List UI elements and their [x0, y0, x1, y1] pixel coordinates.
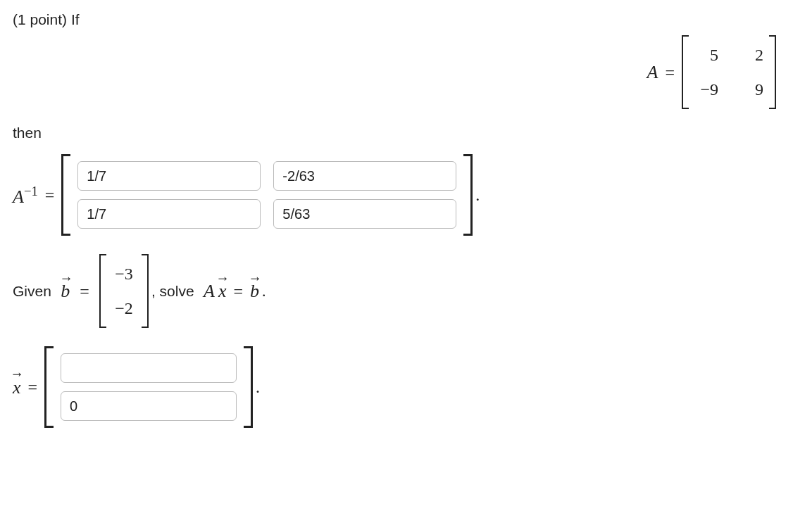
matrix-a-brackets: 5 2 −9 9	[682, 35, 776, 109]
a-inverse-input-r1c2[interactable]	[273, 161, 456, 191]
a-inverse-input-r1c1[interactable]	[77, 161, 261, 191]
vector-x-input-r2[interactable]	[61, 391, 237, 421]
a-inverse-row: A−1 = .	[13, 154, 780, 236]
vector-b-r2: −2	[112, 296, 136, 321]
equals-sign: =	[28, 376, 38, 398]
a-inverse-input-r2c2[interactable]	[273, 199, 456, 229]
matrix-a-definition: A = 5 2 −9 9	[13, 35, 780, 109]
given-text: Given	[13, 281, 51, 301]
period: .	[256, 376, 260, 398]
matrix-a-label: A	[647, 60, 658, 84]
equation-period: .	[262, 281, 266, 302]
matrix-a-r1c2: 2	[739, 42, 763, 68]
a-inverse-matrix	[61, 154, 473, 236]
a-inverse-input-r2c1[interactable]	[77, 199, 261, 229]
equals-sign: =	[80, 280, 89, 303]
period: .	[475, 184, 480, 206]
given-b-row: Given b = −3 −2 , solve A x = b .	[13, 254, 780, 328]
vector-x-row: x = .	[13, 346, 780, 428]
a-inverse-label: A−1	[13, 182, 38, 209]
matrix-a-r1c1: 5	[694, 42, 718, 68]
if-text: If	[71, 10, 80, 30]
equals-sign: =	[665, 61, 675, 84]
vector-x-input-r1[interactable]	[61, 353, 237, 383]
equation-b: b	[250, 279, 259, 303]
vector-b-label: b	[61, 279, 70, 303]
matrix-a-r2c1: −9	[694, 77, 718, 102]
then-text: then	[13, 123, 780, 143]
points-label: (1 point)	[13, 10, 67, 30]
vector-b-r1: −3	[112, 261, 136, 286]
equation-A: A	[204, 279, 215, 303]
equation-equals: =	[234, 280, 244, 303]
equals-sign: =	[45, 184, 55, 206]
vector-x-brackets	[44, 346, 253, 428]
equation-x: x	[218, 279, 227, 303]
matrix-a-r2c2: 9	[739, 77, 763, 102]
problem-intro: (1 point) If	[13, 10, 780, 30]
vector-b-brackets: −3 −2	[99, 254, 149, 328]
solve-text: , solve	[151, 281, 194, 301]
vector-x-label: x	[13, 375, 21, 400]
